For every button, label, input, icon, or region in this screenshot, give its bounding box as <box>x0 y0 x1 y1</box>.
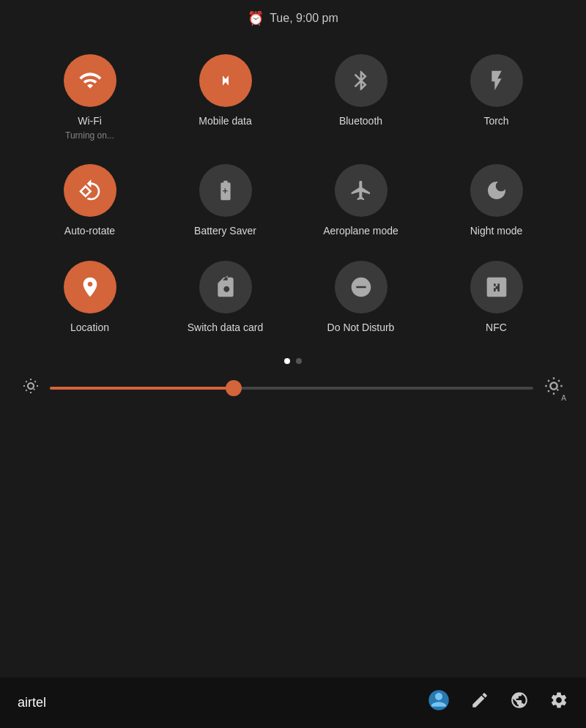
wifi-label: Wi-Fi <box>78 114 102 127</box>
bluetooth-icon <box>349 69 373 92</box>
tile-wifi[interactable]: Wi-Fi Turning on... <box>22 41 157 151</box>
brightness-fill <box>50 387 234 390</box>
brightness-control[interactable]: A <box>0 376 586 401</box>
tile-do-not-disturb[interactable]: Do Not Disturb <box>293 248 429 344</box>
tile-torch[interactable]: Torch <box>429 41 564 151</box>
mobile-data-icon <box>214 69 237 92</box>
tile-location[interactable]: Location <box>22 248 157 344</box>
edit-icon[interactable] <box>470 691 489 715</box>
brightness-thumb[interactable] <box>226 380 242 396</box>
globe-svg <box>510 691 529 710</box>
sim-icon <box>214 275 237 299</box>
auto-label: A <box>561 394 566 402</box>
tile-auto-rotate[interactable]: Auto-rotate <box>22 151 157 248</box>
mobile-data-icon-circle <box>199 54 252 107</box>
battery-saver-label: Battery Saver <box>194 224 256 237</box>
battery-saver-icon-circle <box>199 164 252 217</box>
switch-data-card-label: Switch data card <box>188 321 264 334</box>
battery-saver-icon <box>214 179 237 202</box>
aeroplane-icon <box>349 179 373 202</box>
datetime: Tue, 9:00 pm <box>270 12 338 25</box>
page-dots <box>0 358 586 364</box>
night-mode-icon <box>485 179 508 202</box>
wifi-icon-circle <box>64 54 116 107</box>
status-bar: ⏰ Tue, 9:00 pm <box>0 0 586 34</box>
auto-rotate-icon-circle <box>64 164 116 217</box>
tile-aeroplane-mode[interactable]: Aeroplane mode <box>293 151 429 248</box>
dnd-icon-circle <box>335 261 387 313</box>
quick-tiles-grid: Wi-Fi Turning on... Mobile data Bluetoot… <box>0 34 586 352</box>
bottom-icons <box>428 689 568 716</box>
brightness-low-icon <box>22 377 40 399</box>
auto-rotate-label: Auto-rotate <box>64 224 115 237</box>
switch-data-card-icon-circle <box>199 261 252 313</box>
bluetooth-label: Bluetooth <box>339 114 382 127</box>
account-svg <box>428 689 450 711</box>
night-mode-icon-circle <box>470 164 523 217</box>
location-label: Location <box>70 321 109 334</box>
mobile-data-label: Mobile data <box>199 114 251 127</box>
dnd-label: Do Not Disturb <box>327 321 395 334</box>
nfc-label: NFC <box>486 321 507 334</box>
tile-night-mode[interactable]: Night mode <box>429 151 564 248</box>
brightness-track[interactable] <box>50 387 533 390</box>
tile-bluetooth[interactable]: Bluetooth <box>293 41 429 151</box>
edit-svg <box>470 691 489 710</box>
nfc-icon-circle <box>470 261 523 313</box>
globe-icon[interactable] <box>510 691 529 715</box>
tile-mobile-data[interactable]: Mobile data <box>157 41 293 151</box>
brightness-high-icon: A <box>544 376 564 401</box>
torch-icon <box>485 69 508 92</box>
tile-nfc[interactable]: NFC <box>429 248 564 344</box>
dnd-icon <box>349 275 373 299</box>
tile-battery-saver[interactable]: Battery Saver <box>157 151 293 248</box>
wifi-sublabel: Turning on... <box>65 130 114 141</box>
night-mode-label: Night mode <box>470 224 523 237</box>
carrier-name: airtel <box>18 695 428 710</box>
brightness-high-svg <box>544 376 564 396</box>
dot-1 <box>284 358 290 364</box>
aeroplane-icon-circle <box>335 164 387 217</box>
alarm-icon: ⏰ <box>248 10 264 26</box>
bottom-bar: airtel <box>0 677 586 728</box>
brightness-low-svg <box>22 377 40 395</box>
torch-icon-circle <box>470 54 523 107</box>
nfc-icon <box>485 275 508 299</box>
wifi-icon <box>78 69 102 92</box>
auto-rotate-icon <box>78 179 102 202</box>
aeroplane-label: Aeroplane mode <box>323 224 398 237</box>
tile-switch-data-card[interactable]: Switch data card <box>157 248 293 344</box>
bluetooth-icon-circle <box>335 54 387 107</box>
account-icon[interactable] <box>428 689 450 716</box>
dot-2 <box>296 358 302 364</box>
settings-svg <box>549 691 568 710</box>
location-icon-circle <box>64 261 116 313</box>
torch-label: Torch <box>483 114 508 127</box>
location-icon <box>78 275 102 299</box>
settings-icon[interactable] <box>549 691 568 715</box>
